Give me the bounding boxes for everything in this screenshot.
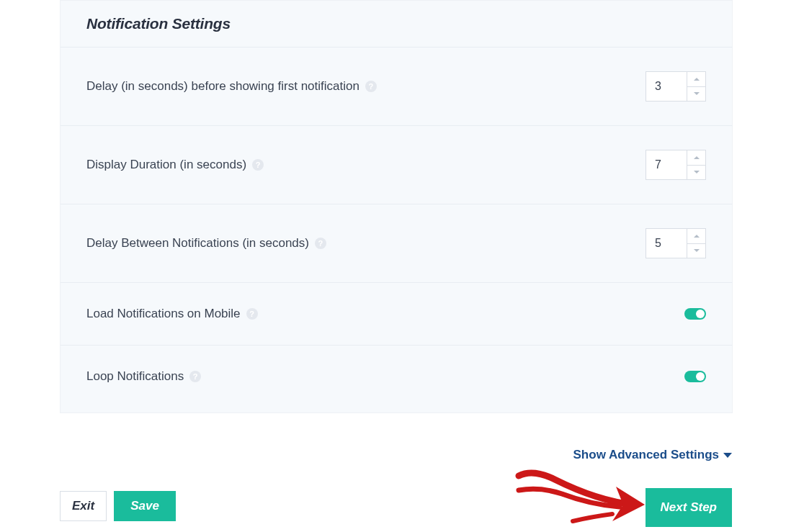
- advanced-label: Show Advanced Settings: [573, 448, 719, 462]
- setting-label: Load Notifications on Mobile: [86, 307, 241, 321]
- next-step-button[interactable]: Next Step: [646, 488, 732, 527]
- stepper-down[interactable]: [687, 243, 706, 259]
- display-duration-stepper[interactable]: 7: [646, 150, 706, 180]
- caret-down-icon: [723, 453, 732, 458]
- stepper-value[interactable]: 7: [646, 150, 687, 180]
- stepper-down[interactable]: [687, 165, 706, 181]
- label-wrap: Delay Between Notifications (in seconds)…: [86, 236, 326, 251]
- stepper-buttons: [687, 150, 706, 180]
- help-icon[interactable]: ?: [252, 159, 264, 171]
- setting-label: Delay (in seconds) before showing first …: [86, 79, 359, 94]
- delay-between-stepper[interactable]: 5: [646, 228, 706, 258]
- chevron-up-icon: [694, 156, 700, 159]
- panel-header: Notification Settings: [61, 1, 732, 48]
- stepper-value[interactable]: 3: [646, 71, 687, 102]
- save-button[interactable]: Save: [114, 491, 176, 521]
- stepper-down[interactable]: [687, 86, 706, 102]
- row-load-mobile: Load Notifications on Mobile ?: [61, 283, 732, 346]
- exit-button[interactable]: Exit: [60, 491, 107, 521]
- next-step-wrap: Next Step: [646, 488, 732, 527]
- chevron-up-icon: [694, 235, 700, 238]
- toggle-knob: [696, 372, 705, 381]
- chevron-up-icon: [694, 78, 700, 81]
- loop-toggle[interactable]: [684, 371, 706, 382]
- label-wrap: Load Notifications on Mobile ?: [86, 307, 258, 321]
- load-mobile-toggle[interactable]: [684, 308, 706, 320]
- row-display-duration: Display Duration (in seconds) ? 7: [61, 126, 732, 204]
- footer-left-buttons: Exit Save: [60, 491, 176, 521]
- help-icon[interactable]: ?: [189, 371, 201, 382]
- help-icon[interactable]: ?: [315, 238, 326, 249]
- stepper-buttons: [687, 228, 706, 258]
- stepper-up[interactable]: [687, 150, 706, 165]
- setting-label: Loop Notifications: [86, 369, 184, 384]
- panel-title: Notification Settings: [86, 15, 706, 32]
- show-advanced-settings-link[interactable]: Show Advanced Settings: [573, 448, 732, 462]
- row-loop: Loop Notifications ?: [61, 346, 732, 412]
- row-delay-first: Delay (in seconds) before showing first …: [61, 48, 732, 126]
- delay-first-stepper[interactable]: 3: [646, 71, 706, 102]
- stepper-value[interactable]: 5: [646, 228, 687, 258]
- help-icon[interactable]: ?: [246, 308, 258, 320]
- label-wrap: Display Duration (in seconds) ?: [86, 158, 264, 172]
- toggle-knob: [696, 310, 705, 318]
- setting-label: Delay Between Notifications (in seconds): [86, 236, 309, 251]
- chevron-down-icon: [694, 171, 700, 173]
- stepper-buttons: [687, 71, 706, 102]
- chevron-down-icon: [694, 92, 700, 95]
- label-wrap: Delay (in seconds) before showing first …: [86, 79, 377, 94]
- annotation-arrow-icon: [512, 465, 656, 530]
- row-delay-between: Delay Between Notifications (in seconds)…: [61, 204, 732, 283]
- notification-settings-panel: Notification Settings Delay (in seconds)…: [60, 0, 733, 413]
- chevron-down-icon: [694, 249, 700, 252]
- stepper-up[interactable]: [687, 228, 706, 243]
- setting-label: Display Duration (in seconds): [86, 158, 246, 172]
- label-wrap: Loop Notifications ?: [86, 369, 201, 384]
- stepper-up[interactable]: [687, 71, 706, 86]
- help-icon[interactable]: ?: [365, 81, 377, 92]
